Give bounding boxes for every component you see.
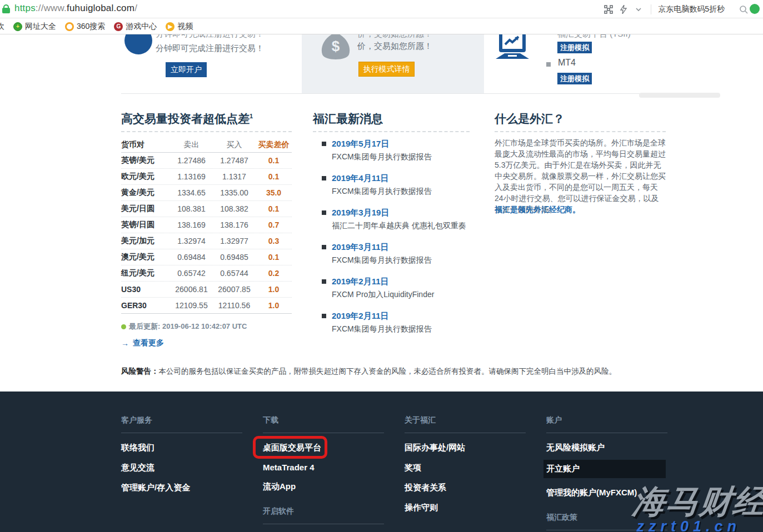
- news-text: FXCM集团每月执行数据报告: [332, 255, 474, 265]
- news-list: 2019年5月17日FXCM集团每月执行数据报告 2019年4月11日FXCM集…: [313, 139, 474, 345]
- table-row[interactable]: 英镑/日圆138.169138.1760.7: [121, 217, 292, 233]
- bookmark-label: 视频: [177, 22, 193, 32]
- footer-link-awards[interactable]: 奖项: [405, 463, 526, 473]
- news-text: 福汇二十周年卓越庆典 优惠礼包双重奏: [332, 221, 474, 231]
- list-bullet: [322, 279, 326, 284]
- apps-grid-icon[interactable]: [604, 5, 613, 14]
- chevron-down-icon[interactable]: [635, 5, 644, 14]
- step-circle-icon: [124, 34, 152, 54]
- whatisfx-section-title: 什么是外汇？: [495, 111, 565, 127]
- footer-subheader-launch-software: 开启软件: [263, 506, 384, 516]
- news-date-link[interactable]: 2019年2月11日: [332, 311, 474, 322]
- open-account-button[interactable]: 立即开户: [166, 62, 207, 77]
- arrow-right-icon: →: [121, 339, 129, 348]
- svg-text:$: $: [332, 38, 340, 54]
- whatisfx-body: 外汇市场是全球货币买卖的场所。外汇市场是全球最庞大及流动性最高的市场，平均每日交…: [495, 137, 666, 215]
- news-text: FXCM集团每月执行数据报告: [332, 187, 474, 197]
- footer-link-offices[interactable]: 国际办事处/网站: [405, 443, 526, 453]
- bookmark-360-search[interactable]: 360搜索: [65, 22, 105, 32]
- divider: [495, 131, 666, 132]
- execution-mode-button[interactable]: 执行模式详情: [358, 62, 415, 77]
- bookmark-partial-label[interactable]: 欢: [0, 22, 4, 32]
- news-date-link[interactable]: 2019年4月11日: [332, 173, 474, 184]
- news-text: FXCM集团每月执行数据报告: [332, 152, 474, 162]
- news-section-title: 福汇最新消息: [313, 111, 383, 127]
- list-bullet: [322, 210, 326, 215]
- list-bullet: [546, 62, 551, 67]
- footer-link-metatrader4[interactable]: MetaTrader 4: [263, 463, 384, 472]
- risk-warning: 风险警告：本公司的服务包括以保证金买卖的产品，附带损失超过阁下存入资金的风险，未…: [121, 367, 621, 377]
- bookmark-label: 网址大全: [25, 22, 56, 32]
- table-header-row: 货币对 卖出 买入 买卖差价: [121, 138, 292, 153]
- footer-link-open-account[interactable]: 开立账户: [546, 464, 663, 474]
- table-row[interactable]: 美元/日圆108.381108.3820.1: [121, 201, 292, 217]
- bookmark-game-center[interactable]: G 游戏中心: [114, 22, 157, 32]
- table-row[interactable]: 澳元/美元0.694840.694850.1: [121, 249, 292, 265]
- watermark-site-url: zzrt01.cn: [636, 518, 741, 532]
- footer-link-code-of-conduct[interactable]: 操作守则: [405, 503, 526, 513]
- browser-search-input[interactable]: 京东电脑数码5折秒: [658, 4, 748, 14]
- footer-link-open-account-highlight[interactable]: 开立账户: [543, 460, 666, 478]
- footer-col-downloads: 下载 桌面版交易平台 MetaTrader 4 流动App 开启软件 网络版交易…: [263, 415, 384, 532]
- news-date-link[interactable]: 2019年5月17日: [332, 139, 474, 149]
- browser-extension-icon[interactable]: [750, 4, 760, 14]
- trading-platform-icon: [491, 34, 533, 64]
- table-row[interactable]: 纽元/美元0.657420.657440.2: [121, 265, 292, 282]
- footer-link-investor-relations[interactable]: 投资者关系: [405, 483, 526, 493]
- footer-col-about: 关于福汇 国际办事处/网站 奖项 投资者关系 操作守则: [405, 415, 526, 513]
- news-date-link[interactable]: 2019年3月11日: [332, 242, 474, 253]
- footer: 客户服务 联络我们 意见交流 管理账户/存入资金 下载 桌面版交易平台 Meta…: [0, 392, 763, 532]
- table-row[interactable]: 美元/加元1.329741.329770.3: [121, 233, 292, 249]
- bookmark-nav-daquan[interactable]: + 网址大全: [13, 22, 56, 32]
- lightning-icon[interactable]: [620, 5, 629, 14]
- risk-warning-label: 风险警告：: [121, 367, 159, 375]
- footer-header: 客户服务: [121, 415, 242, 425]
- footer-link-feedback[interactable]: 意见交流: [121, 463, 242, 473]
- banner-pager: [639, 93, 720, 98]
- watermark-haima-caijing: 海马财经: [631, 480, 763, 524]
- status-dot-icon: [121, 324, 126, 329]
- bookmark-label: 游戏中心: [126, 22, 157, 32]
- footer-link-desktop-platform[interactable]: 桌面版交易平台: [263, 443, 384, 453]
- news-text: FXCM集团每月执行数据报告: [332, 324, 474, 334]
- table-row[interactable]: GER3012109.5512110.561.0: [121, 298, 292, 314]
- divider: [121, 131, 292, 132]
- bookmark-label: 360搜索: [77, 22, 105, 32]
- footer-link-mobile-app[interactable]: 流动App: [263, 481, 384, 492]
- browser-address-bar: https://www.fuhuiglobal.com/ 京东电脑数码5折秒: [0, 0, 763, 18]
- footer-link-demo-account[interactable]: 无风险模拟账户: [546, 443, 667, 453]
- col-header-spread: 买卖差价: [256, 140, 292, 150]
- search-icon[interactable]: [739, 5, 748, 14]
- table-row[interactable]: 欧元/美元1.131691.13170.1: [121, 169, 292, 185]
- see-more-link[interactable]: → 查看更多: [121, 338, 164, 348]
- search-query-text: 京东电脑数码5折秒: [658, 4, 725, 14]
- news-date-link[interactable]: 2019年2月11日: [332, 277, 474, 287]
- url-field[interactable]: https://www.fuhuiglobal.com/: [14, 3, 137, 14]
- news-item: 2019年4月11日FXCM集团每月执行数据报告: [313, 173, 474, 197]
- news-item: 2019年3月11日FXCM集团每月执行数据报告: [313, 242, 474, 265]
- news-item: 2019年5月17日FXCM集团每月执行数据报告: [313, 139, 474, 162]
- table-row[interactable]: 英镑/美元1.274861.274870.1: [121, 153, 292, 169]
- register-demo-mt4-button[interactable]: 注册模拟: [557, 73, 592, 84]
- list-bullet: [322, 176, 326, 180]
- footer-link-contact-us[interactable]: 联络我们: [121, 443, 242, 453]
- table-row[interactable]: US3026006.8126007.851.0: [121, 282, 292, 298]
- ssl-lock-icon: [2, 4, 10, 13]
- leading-broker-link[interactable]: 福汇是领先外汇经纪商。: [495, 205, 580, 215]
- divider: [405, 433, 526, 433]
- mt4-label[interactable]: MT4: [558, 58, 576, 68]
- news-text: FXCM Pro加入LiquidityFinder: [332, 290, 474, 300]
- url-host: fuhuiglobal.com: [67, 3, 134, 13]
- bookmark-video[interactable]: ▶ 视频: [166, 22, 193, 32]
- table-row[interactable]: 黄金/美元1334.651335.0035.0: [121, 185, 292, 201]
- url-path: /: [134, 3, 137, 13]
- open-account-tagline: 分钟即可完成注册进行交易！: [156, 43, 264, 54]
- execution-tagline: 价，交易如您所愿！: [357, 41, 432, 52]
- news-date-link[interactable]: 2019年3月19日: [332, 208, 474, 218]
- footer-link-manage-deposit[interactable]: 管理账户/存入资金: [121, 483, 242, 493]
- divider: [121, 433, 242, 433]
- news-item: 2019年2月11日FXCM Pro加入LiquidityFinder: [313, 277, 474, 300]
- register-demo-button[interactable]: 注册模拟: [557, 42, 592, 53]
- col-header-pair: 货币对: [121, 140, 170, 150]
- hero-banner: 分钟即可完成注册进行交易！ 分钟即可完成注册进行交易！ 立即开户 $ 价，交易如…: [121, 34, 666, 94]
